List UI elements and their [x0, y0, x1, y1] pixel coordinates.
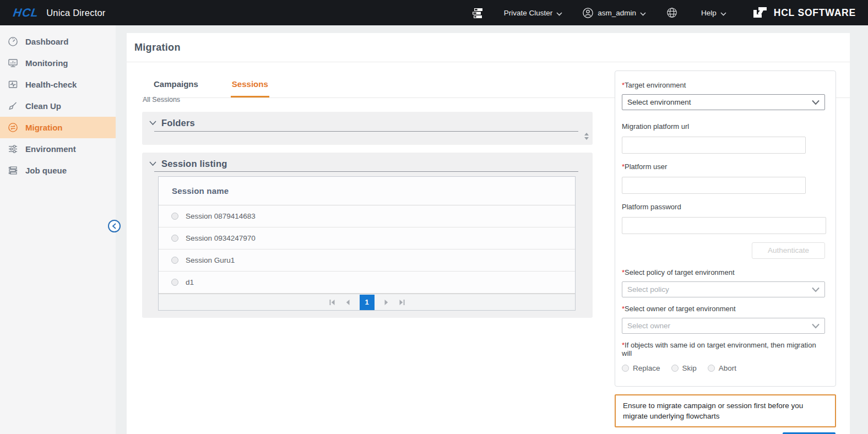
clean-up-icon — [7, 101, 18, 112]
sidebar-collapse-button[interactable] — [108, 220, 121, 232]
policy-select[interactable]: Select policy — [622, 281, 825, 297]
all-sessions-label: All Sessions — [143, 96, 180, 104]
platform-password-input[interactable] — [622, 217, 826, 234]
help-label: Help — [701, 9, 717, 17]
session-radio[interactable] — [171, 279, 178, 286]
app-title: Unica Director — [46, 8, 105, 18]
help-menu[interactable]: Help — [701, 8, 726, 18]
sidebar-item-health-check[interactable]: Health-check — [0, 74, 116, 95]
folders-divider — [154, 131, 578, 132]
hcl-software-mark — [752, 6, 768, 20]
health-check-icon — [7, 79, 18, 90]
chevron-down-icon — [811, 323, 820, 329]
username-label: asm_admin — [598, 9, 636, 17]
tab-campaigns[interactable]: Campaigns — [153, 79, 199, 97]
authenticate-button[interactable]: Authenticate — [752, 242, 825, 259]
session-divider — [154, 171, 578, 172]
target-environment-select[interactable]: Select environment — [622, 94, 825, 110]
session-radio[interactable] — [171, 257, 178, 264]
sidebar-item-label: Clean Up — [25, 101, 61, 111]
pagination-current-page[interactable]: 1 — [360, 295, 375, 310]
sidebar-item-label: Migration — [25, 123, 63, 132]
radio-label: Skip — [682, 364, 697, 372]
platform-user-input[interactable] — [622, 177, 806, 194]
conflict-radio-group: Replace Skip Abort — [622, 364, 825, 372]
session-name: Session 0879414683 — [186, 212, 256, 220]
pagination-next-button[interactable] — [384, 299, 389, 306]
chevron-down-icon — [811, 100, 820, 105]
chevron-down-icon — [811, 287, 820, 292]
radio-icon — [671, 365, 679, 372]
cluster-label: Private Cluster — [504, 9, 553, 17]
platform-password-label: Platform password — [622, 203, 825, 211]
tab-sessions[interactable]: Sessions — [231, 79, 269, 97]
radio-icon — [622, 365, 629, 372]
sidebar-item-monitoring[interactable]: Monitoring — [0, 52, 116, 74]
hcl-logo: HCL — [12, 6, 40, 19]
session-panel-header[interactable]: Session listing — [142, 153, 593, 169]
sidebar-item-dashboard[interactable]: Dashboard — [0, 31, 116, 52]
cluster-icon[interactable] — [470, 6, 484, 20]
unica-director-screen: HCL Unica Director Private Cluster — [0, 0, 868, 434]
policy-label: *Select policy of target environment — [622, 268, 825, 276]
session-panel-title: Session listing — [161, 159, 227, 169]
page-header: Migration — [127, 33, 850, 62]
conflict-policy-label: *If objects with same id on target envir… — [622, 341, 825, 357]
arrow-down-icon — [584, 137, 589, 140]
table-row[interactable]: Session 0879414683 — [159, 205, 575, 227]
cluster-selector[interactable]: Private Cluster — [504, 8, 563, 18]
pagination-prev-button[interactable] — [345, 299, 350, 306]
pagination-last-button[interactable] — [399, 299, 405, 306]
platform-url-input[interactable] — [622, 137, 806, 154]
policy-placeholder: Select policy — [627, 285, 669, 294]
sidebar-item-migration[interactable]: Migration — [0, 117, 116, 138]
sidebar-item-environment[interactable]: Environment — [0, 138, 116, 160]
dashboard-icon — [7, 36, 18, 47]
session-name: Session 0934247970 — [186, 234, 256, 242]
owner-placeholder: Select owner — [627, 322, 670, 330]
sidebar-item-clean-up[interactable]: Clean Up — [0, 95, 116, 117]
table-header: Session name — [159, 177, 575, 205]
sidebar-item-label: Monitoring — [25, 58, 68, 68]
chevron-down-icon — [149, 161, 156, 166]
chevron-down-icon — [149, 121, 156, 126]
session-table: Session name Session 0879414683 Session … — [158, 176, 576, 311]
chevron-down-icon — [720, 9, 726, 18]
target-environment-value: Select environment — [627, 98, 691, 106]
arrow-up-icon — [584, 133, 589, 135]
folders-panel-header[interactable]: Folders — [142, 112, 593, 128]
folders-resize-control[interactable] — [584, 133, 589, 140]
table-row[interactable]: Session Guru1 — [159, 249, 575, 272]
radio-option-abort[interactable]: Abort — [708, 364, 736, 372]
target-environment-label: *Target environment — [622, 81, 825, 89]
user-menu[interactable]: asm_admin — [582, 7, 646, 19]
user-icon — [582, 7, 594, 19]
environment-icon — [7, 144, 18, 155]
sidebar-item-label: Dashboard — [25, 37, 68, 46]
chevron-left-icon — [112, 223, 117, 229]
table-row[interactable]: d1 — [159, 272, 575, 294]
pagination-first-button[interactable] — [329, 299, 335, 306]
platform-user-label: *Platform user — [622, 162, 825, 171]
language-globe-icon[interactable] — [666, 7, 678, 19]
radio-option-skip[interactable]: Skip — [671, 364, 697, 372]
authenticate-row: Authenticate — [622, 242, 825, 259]
radio-option-replace[interactable]: Replace — [622, 364, 660, 372]
owner-label: *Select owner of target environment — [622, 305, 825, 313]
owner-select[interactable]: Select owner — [622, 318, 825, 334]
monitoring-icon — [7, 58, 18, 69]
topbar: HCL Unica Director Private Cluster — [0, 0, 868, 25]
column-header-session-name: Session name — [172, 186, 229, 196]
session-listing-panel: Session listing Session name Session 087… — [142, 153, 593, 318]
session-name: Session Guru1 — [186, 256, 235, 264]
sidebar-item-job-queue[interactable]: Job queue — [0, 160, 116, 181]
radio-label: Replace — [633, 364, 660, 372]
radio-label: Abort — [719, 364, 736, 372]
migration-target-form: *Target environment Select environment M… — [615, 70, 836, 387]
chevron-down-icon — [556, 9, 562, 18]
session-radio[interactable] — [171, 213, 178, 220]
session-radio[interactable] — [171, 235, 178, 242]
table-row[interactable]: Session 0934247970 — [159, 227, 575, 249]
sidebar-item-label: Health-check — [25, 80, 77, 89]
page-title: Migration — [134, 42, 181, 53]
